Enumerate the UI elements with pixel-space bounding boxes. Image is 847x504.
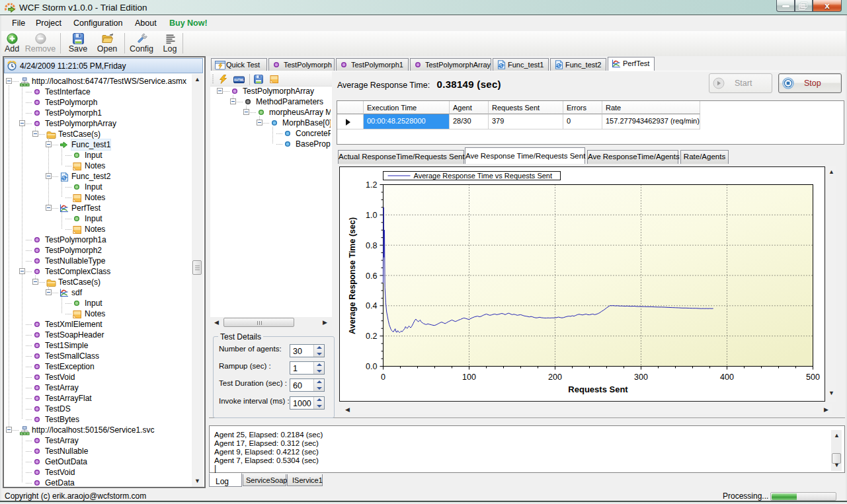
svg-text:0.6: 0.6 (366, 271, 377, 281)
svg-text:500: 500 (806, 373, 820, 382)
svg-text:1.0: 1.0 (366, 211, 377, 220)
svg-text:Requests Sent: Requests Sent (568, 384, 628, 394)
svg-text:400: 400 (720, 373, 734, 382)
svg-text:0: 0 (381, 373, 385, 382)
svg-text:Average Response Time (sec): Average Response Time (sec) (348, 217, 357, 334)
svg-text:0.2: 0.2 (366, 332, 377, 341)
svg-text:0.0: 0.0 (366, 362, 377, 371)
svg-text:0.8: 0.8 (366, 241, 377, 250)
svg-text:100: 100 (462, 373, 476, 382)
svg-text:200: 200 (548, 373, 562, 382)
svg-text:Average Response Time vs Reque: Average Response Time vs Requests Sent (414, 172, 553, 180)
svg-text:300: 300 (634, 373, 648, 382)
svg-text:1.2: 1.2 (366, 180, 377, 190)
svg-text:XHTML: XHTML (234, 79, 245, 82)
svg-text:0.4: 0.4 (366, 301, 377, 310)
